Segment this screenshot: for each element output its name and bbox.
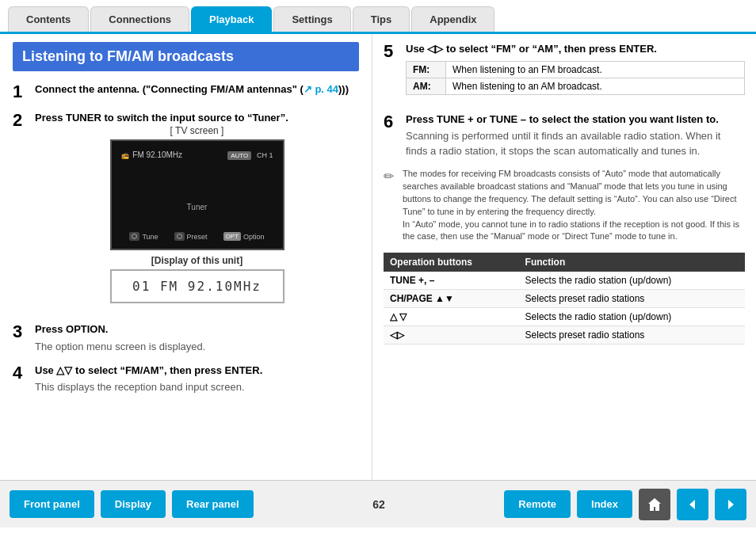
ops-func: Selects preset radio stations [519, 326, 745, 345]
step-1-link[interactable]: ↗ p. 44 [304, 83, 338, 95]
step-1-text: Connect the antenna. ("Connecting FM/AM … [35, 83, 349, 95]
step-2-number: 2 [13, 111, 35, 130]
step-3: 3 Press OPTION. The option menu screen i… [13, 322, 359, 353]
step-5-content: Use ◁▷ to select “FM” or “AM”, then pres… [406, 42, 745, 103]
ops-btn: CH/PAGE ▲▼ [384, 290, 519, 308]
page-number: 62 [260, 498, 498, 511]
step-5: 5 Use ◁▷ to select “FM” or “AM”, then pr… [384, 42, 745, 103]
tv-tune: ⬡ Tune [129, 232, 158, 241]
right-column: 5 Use ◁▷ to select “FM” or “AM”, then pr… [372, 34, 756, 480]
step-3-content: Press OPTION. The option menu screen is … [35, 322, 359, 353]
step-6-sub: Scanning is performed until it finds an … [406, 129, 745, 158]
tv-tuner-label: Tuner [187, 203, 208, 211]
ops-btn: TUNE +, – [384, 272, 519, 290]
display-box: 01 FM 92.10MHz [110, 269, 284, 303]
tab-settings[interactable]: Settings [273, 6, 350, 32]
tip-box: ✏ The modes for receiving FM broadcasts … [384, 168, 745, 244]
ops-row: △ ▽Selects the radio station (up/down) [384, 308, 745, 326]
left-column: Listening to FM/AM broadcasts 1 Connect … [0, 34, 372, 480]
tip-icon: ✏ [384, 168, 396, 244]
tab-bar: Contents Connections Playback Settings T… [0, 0, 756, 34]
tv-option: OPT Option [223, 232, 265, 241]
tuner-info: 📻 FM 92.10MHz AUTO CH 1 [112, 150, 283, 159]
back-icon [685, 497, 701, 512]
step-3-sub: The option menu screen is displayed. [35, 340, 359, 354]
operations-table: Operation buttons Function TUNE +, –Sele… [384, 253, 745, 345]
step-6-number: 6 [384, 112, 406, 131]
fm-label: FM: [407, 62, 446, 78]
display-button[interactable]: Display [101, 490, 166, 518]
step-2-text: Press TUNER to switch the input source t… [35, 112, 288, 124]
option-icon: OPT [223, 232, 241, 241]
fm-am-table: FM: When listening to an FM broadcast. A… [406, 61, 745, 95]
ops-func: Selects preset radio stations [519, 290, 745, 308]
step-6-content: Press TUNE + or TUNE – to select the sta… [406, 112, 745, 158]
tab-tips[interactable]: Tips [353, 6, 410, 32]
ops-header-function: Function [519, 253, 745, 272]
page-title: Listening to FM/AM broadcasts [13, 42, 359, 71]
home-button[interactable] [639, 489, 670, 520]
forward-icon [723, 497, 739, 512]
step-6-main: Press TUNE + or TUNE – to select the sta… [406, 113, 719, 125]
step-4-sub: This displays the reception band input s… [35, 380, 359, 394]
front-panel-button[interactable]: Front panel [10, 490, 94, 518]
tv-freq: 📻 FM 92.10MHz [121, 150, 183, 159]
tip-text: The modes for receiving FM broadcasts co… [403, 168, 745, 244]
home-icon [647, 497, 662, 512]
ops-btn: △ ▽ [384, 308, 519, 326]
tv-screen-label: [ TV screen ] [35, 125, 359, 136]
fm-row: FM: When listening to an FM broadcast. [407, 62, 745, 78]
tab-appendix[interactable]: Appendix [411, 6, 494, 32]
step-1: 1 Connect the antenna. ("Connecting FM/A… [13, 82, 359, 101]
ops-header-buttons: Operation buttons [384, 253, 519, 272]
ops-header-row: Operation buttons Function [384, 253, 745, 272]
step-1-close: )) [338, 83, 346, 95]
tab-contents[interactable]: Contents [8, 6, 89, 32]
tune-icon: ⬡ [129, 232, 139, 241]
step-4-main: Use △▽ to select “FM/AM”, then press ENT… [35, 364, 262, 376]
step-1-content: Connect the antenna. ("Connecting FM/AM … [35, 82, 359, 97]
tv-controls: ⬡ Tune ⬡ Preset OPT Option [129, 232, 264, 241]
auto-badge: AUTO [227, 151, 251, 160]
index-button[interactable]: Index [577, 490, 632, 518]
step-4: 4 Use △▽ to select “FM/AM”, then press E… [13, 364, 359, 394]
step-6: 6 Press TUNE + or TUNE – to select the s… [384, 112, 745, 158]
bottom-nav: Front panel Display Rear panel 62 Remote… [0, 480, 756, 527]
remote-button[interactable]: Remote [504, 490, 571, 518]
back-button[interactable] [677, 489, 708, 520]
tab-playback[interactable]: Playback [191, 6, 272, 32]
ops-func: Selects the radio station (up/down) [519, 308, 745, 326]
step-5-number: 5 [384, 42, 406, 61]
am-desc: When listening to an AM broadcast. [446, 78, 745, 95]
tv-auto-ch: AUTO CH 1 [227, 150, 273, 159]
fm-desc: When listening to an FM broadcast. [446, 62, 745, 78]
display-unit-label: [Display of this unit] [35, 255, 359, 266]
step-4-content: Use △▽ to select “FM/AM”, then press ENT… [35, 364, 359, 394]
am-label: AM: [407, 78, 446, 95]
ops-row: CH/PAGE ▲▼Selects preset radio stations [384, 290, 745, 308]
step-5-main: Use ◁▷ to select “FM” or “AM”, then pres… [406, 43, 657, 55]
tv-preset: ⬡ Preset [174, 232, 208, 241]
step-2: 2 Press TUNER to switch the input source… [13, 111, 359, 313]
ops-row: TUNE +, –Selects the radio station (up/d… [384, 272, 745, 290]
main-content: Listening to FM/AM broadcasts 1 Connect … [0, 34, 756, 480]
step-3-number: 3 [13, 322, 35, 341]
step-2-content: Press TUNER to switch the input source t… [35, 111, 359, 313]
step-3-main: Press OPTION. [35, 323, 108, 335]
step-1-number: 1 [13, 82, 35, 101]
tv-screen: 📻 FM 92.10MHz AUTO CH 1 Tuner ⬡ Tune [110, 139, 284, 250]
rear-panel-button[interactable]: Rear panel [172, 490, 253, 518]
am-row: AM: When listening to an AM broadcast. [407, 78, 745, 95]
ops-func: Selects the radio station (up/down) [519, 272, 745, 290]
step-4-number: 4 [13, 364, 35, 383]
tv-ch: CH 1 [257, 151, 273, 159]
ops-row: ◁▷Selects preset radio stations [384, 326, 745, 345]
ops-btn: ◁▷ [384, 326, 519, 345]
tab-connections[interactable]: Connections [90, 6, 189, 32]
preset-icon: ⬡ [174, 232, 185, 241]
forward-button[interactable] [715, 489, 746, 520]
